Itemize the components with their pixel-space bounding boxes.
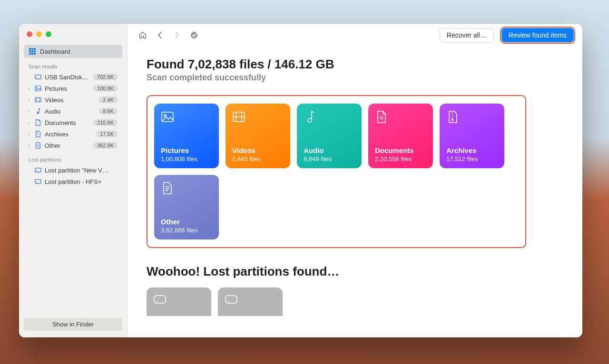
- nav-back-icon[interactable]: [155, 30, 165, 40]
- file-icon: [161, 182, 174, 195]
- archive-icon: [34, 130, 42, 138]
- partition-card[interactable]: New Volume: [147, 287, 211, 316]
- video-icon: [34, 96, 42, 104]
- card-subtitle: 2,10,558 files: [375, 155, 426, 163]
- sidebar-section-scan-results: Scan results: [24, 58, 122, 71]
- category-card-archives[interactable]: Archives 17,512 files: [440, 104, 504, 168]
- app-window: Dashboard Scan results USB SanDisk… 702.…: [19, 24, 582, 337]
- svg-rect-5: [34, 50, 36, 52]
- sidebar-section-lost-partitions: Lost partitions: [24, 151, 122, 164]
- toolbar: Recover all… Review found items: [128, 24, 582, 47]
- svg-rect-2: [34, 48, 36, 50]
- category-card-audio[interactable]: Audio 8,649 files: [297, 104, 362, 168]
- sidebar-item-label: Pictures: [45, 85, 90, 92]
- review-found-items-button[interactable]: Review found items: [501, 28, 574, 42]
- partition-card[interactable]: Lost partition: [218, 287, 283, 316]
- close-window-button[interactable]: [27, 31, 32, 37]
- page-subtitle: Scan completed successfully: [147, 73, 565, 83]
- sidebar: Dashboard Scan results USB SanDisk… 702.…: [19, 24, 128, 337]
- video-icon: [232, 110, 246, 124]
- card-title: Archives: [446, 146, 498, 154]
- archive-icon: [446, 110, 460, 124]
- sidebar-item-archives[interactable]: › Archives 17.5K: [24, 128, 122, 140]
- card-title: Documents: [375, 146, 426, 154]
- card-subtitle: 1,00,808 files: [161, 155, 212, 163]
- check-circle-icon[interactable]: [189, 30, 199, 40]
- sidebar-item-label: Lost partition "New V…: [45, 167, 118, 174]
- svg-rect-22: [35, 180, 41, 184]
- zoom-window-button[interactable]: [46, 31, 51, 37]
- sidebar-item-other[interactable]: › Other 362.9K: [24, 140, 122, 151]
- svg-point-12: [36, 87, 37, 88]
- svg-rect-39: [154, 296, 166, 303]
- count-badge: 702.8K: [93, 74, 118, 80]
- svg-point-31: [308, 118, 312, 122]
- sidebar-item-label: Archives: [45, 131, 93, 138]
- image-icon: [34, 85, 42, 92]
- sidebar-item-lost-partition[interactable]: Lost partition "New V…: [24, 164, 122, 176]
- svg-rect-20: [35, 168, 41, 172]
- sidebar-item-device[interactable]: USB SanDisk… 702.8K: [24, 71, 122, 83]
- svg-rect-13: [35, 98, 41, 102]
- category-card-documents[interactable]: Documents 2,10,558 files: [368, 104, 433, 168]
- minimize-window-button[interactable]: [36, 31, 42, 37]
- sidebar-item-dashboard[interactable]: Dashboard: [24, 45, 122, 58]
- sidebar-item-pictures[interactable]: › Pictures 100.8K: [24, 83, 122, 94]
- sidebar-item-lost-partition[interactable]: Lost partition - HFS+: [24, 176, 122, 187]
- category-card-pictures[interactable]: Pictures 1,00,808 files: [154, 104, 219, 168]
- svg-rect-4: [31, 50, 33, 52]
- chevron-right-icon: ›: [27, 143, 31, 148]
- drive-icon: [34, 73, 42, 81]
- recover-all-button[interactable]: Recover all…: [440, 28, 494, 42]
- svg-rect-3: [29, 50, 31, 52]
- document-icon: [375, 110, 388, 124]
- card-title: Audio: [304, 146, 355, 154]
- category-card-other[interactable]: Other 3,62,866 files: [154, 175, 219, 239]
- drive-icon: [34, 166, 42, 174]
- grid-icon: [29, 48, 36, 55]
- lost-partitions-heading: Woohoo! Lost partitions found…: [147, 264, 565, 279]
- drive-icon: [225, 294, 276, 307]
- count-badge: 17.5K: [96, 131, 118, 137]
- content-scroll[interactable]: Found 7,02,838 files / 146.12 GB Scan co…: [128, 47, 582, 337]
- window-controls: [24, 31, 122, 45]
- sidebar-item-documents[interactable]: › Documents 210.6K: [24, 117, 122, 128]
- svg-rect-7: [31, 53, 33, 55]
- chevron-right-icon: ›: [27, 120, 31, 125]
- home-icon[interactable]: [138, 30, 147, 40]
- chevron-right-icon: ›: [27, 97, 31, 103]
- page-title: Found 7,02,838 files / 146.12 GB: [147, 57, 565, 72]
- svg-rect-41: [226, 296, 237, 303]
- count-badge: 2.4K: [99, 96, 118, 103]
- svg-rect-9: [35, 75, 41, 79]
- count-badge: 100.8K: [93, 85, 118, 92]
- sidebar-item-videos[interactable]: › Videos 2.4K: [24, 94, 122, 105]
- card-title: Pictures: [161, 146, 212, 154]
- category-card-videos[interactable]: Videos 2,445 files: [226, 104, 290, 168]
- svg-rect-6: [29, 53, 31, 55]
- svg-rect-0: [29, 48, 31, 50]
- sidebar-item-label: Other: [45, 142, 90, 149]
- svg-point-35: [452, 119, 453, 121]
- svg-rect-1: [31, 48, 33, 50]
- sidebar-item-label: Lost partition - HFS+: [45, 178, 118, 185]
- card-title: Videos: [232, 146, 284, 154]
- card-subtitle: 17,512 files: [446, 155, 498, 163]
- nav-forward-icon[interactable]: [172, 30, 182, 40]
- sidebar-item-label: Documents: [45, 119, 90, 126]
- svg-point-24: [191, 31, 197, 38]
- card-subtitle: 3,62,866 files: [161, 227, 212, 234]
- document-icon: [34, 119, 42, 126]
- card-title: Other: [161, 218, 212, 226]
- svg-rect-8: [34, 53, 36, 55]
- chevron-right-icon: ›: [27, 132, 31, 137]
- show-in-finder-button[interactable]: Show in Finder: [24, 318, 122, 331]
- chevron-right-icon: ›: [27, 109, 31, 114]
- sidebar-item-label: Dashboard: [40, 48, 70, 55]
- sidebar-item-audio[interactable]: › Audio 8.6K: [24, 105, 122, 117]
- drive-icon: [153, 294, 205, 307]
- sidebar-item-label: USB SanDisk…: [45, 74, 90, 81]
- category-cards: Pictures 1,00,808 files Videos 2,445 fil…: [154, 104, 519, 239]
- count-badge: 362.9K: [93, 142, 118, 149]
- image-icon: [161, 110, 174, 124]
